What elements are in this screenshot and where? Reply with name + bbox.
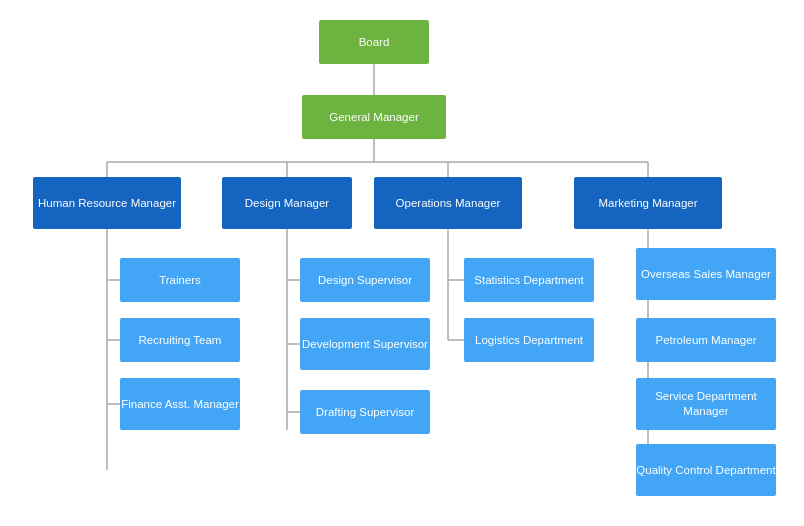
drafting-supervisor-label: Drafting Supervisor (316, 405, 414, 420)
trainers-label: Trainers (159, 273, 201, 288)
statistics-dept-box: Statistics Department (464, 258, 594, 302)
drafting-supervisor-box: Drafting Supervisor (300, 390, 430, 434)
recruiting-team-label: Recruiting Team (139, 333, 222, 348)
quality-control-label: Quality Control Department (636, 463, 775, 478)
design-manager-label: Design Manager (245, 196, 329, 211)
design-manager-box: Design Manager (222, 177, 352, 229)
dev-supervisor-label: Development Supervisor (302, 337, 428, 352)
recruiting-team-box: Recruiting Team (120, 318, 240, 362)
board-box: Board (319, 20, 429, 64)
logistics-dept-label: Logistics Department (475, 333, 583, 348)
marketing-manager-label: Marketing Manager (598, 196, 697, 211)
operations-manager-label: Operations Manager (396, 196, 501, 211)
general-manager-label: General Manager (329, 110, 419, 125)
trainers-box: Trainers (120, 258, 240, 302)
overseas-sales-label: Overseas Sales Manager (641, 267, 771, 282)
statistics-dept-label: Statistics Department (474, 273, 583, 288)
petroleum-mgr-box: Petroleum Manager (636, 318, 776, 362)
quality-control-box: Quality Control Department (636, 444, 776, 496)
finance-asst-label: Finance Asst. Manager (121, 397, 239, 412)
design-supervisor-box: Design Supervisor (300, 258, 430, 302)
service-dept-label: Service Department Manager (636, 389, 776, 419)
service-dept-box: Service Department Manager (636, 378, 776, 430)
design-supervisor-label: Design Supervisor (318, 273, 412, 288)
hr-manager-label: Human Resource Manager (38, 196, 176, 211)
operations-manager-box: Operations Manager (374, 177, 522, 229)
hr-manager-box: Human Resource Manager (33, 177, 181, 229)
dev-supervisor-box: Development Supervisor (300, 318, 430, 370)
logistics-dept-box: Logistics Department (464, 318, 594, 362)
finance-asst-box: Finance Asst. Manager (120, 378, 240, 430)
marketing-manager-box: Marketing Manager (574, 177, 722, 229)
general-manager-box: General Manager (302, 95, 446, 139)
overseas-sales-box: Overseas Sales Manager (636, 248, 776, 300)
org-chart: Board General Manager Human Resource Man… (0, 0, 804, 526)
board-label: Board (359, 35, 390, 50)
petroleum-mgr-label: Petroleum Manager (656, 333, 757, 348)
